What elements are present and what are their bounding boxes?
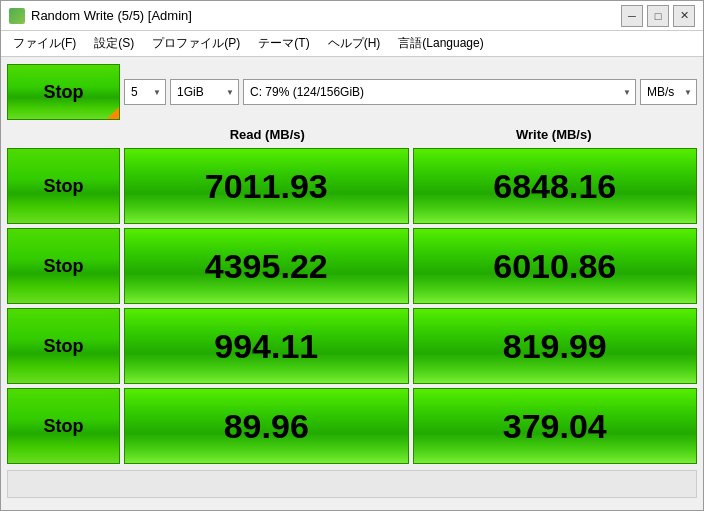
status-bar (7, 470, 697, 498)
controls-row: 5 1 3 10 1GiB 512MiB 2GiB 4GiB (124, 79, 697, 105)
menu-profile[interactable]: プロファイル(P) (144, 33, 248, 54)
maximize-button[interactable]: □ (647, 5, 669, 27)
stop-button-row3[interactable]: Stop (7, 308, 120, 384)
read-value-row4: 89.96 (124, 388, 409, 464)
data-rows: Stop 7011.93 6848.16 Stop 4395.22 6010.8… (7, 148, 697, 464)
table-row: Stop 89.96 379.04 (7, 388, 697, 464)
menu-theme[interactable]: テーマ(T) (250, 33, 317, 54)
read-value-row3: 994.11 (124, 308, 409, 384)
write-value-row2: 6010.86 (413, 228, 698, 304)
write-value-row3: 819.99 (413, 308, 698, 384)
read-value-row2: 4395.22 (124, 228, 409, 304)
menu-file[interactable]: ファイル(F) (5, 33, 84, 54)
drive-select[interactable]: C: 79% (124/156GiB) (244, 80, 635, 104)
menu-language[interactable]: 言語(Language) (390, 33, 491, 54)
menu-settings[interactable]: 設定(S) (86, 33, 142, 54)
write-header: Write (MB/s) (411, 125, 698, 144)
write-value-row4: 379.04 (413, 388, 698, 464)
unit-select[interactable]: MB/s GB/s IOPS (641, 80, 696, 104)
top-controls: Stop 5 1 3 10 1GiB 512MiB 2GiB 4GiB (7, 63, 697, 121)
window-title: Random Write (5/5) [Admin] (31, 8, 192, 23)
title-bar-left: Random Write (5/5) [Admin] (9, 8, 192, 24)
write-value-row1: 6848.16 (413, 148, 698, 224)
close-button[interactable]: ✕ (673, 5, 695, 27)
stop-button-row2[interactable]: Stop (7, 228, 120, 304)
table-row: Stop 994.11 819.99 (7, 308, 697, 384)
headers-row: Read (MB/s) Write (MB/s) (124, 125, 697, 144)
drive-select-wrapper[interactable]: C: 79% (124/156GiB) (243, 79, 636, 105)
read-header: Read (MB/s) (124, 125, 411, 144)
stop-button-row4[interactable]: Stop (7, 388, 120, 464)
minimize-button[interactable]: ─ (621, 5, 643, 27)
size-select[interactable]: 1GiB 512MiB 2GiB 4GiB (171, 80, 238, 104)
size-select-wrapper[interactable]: 1GiB 512MiB 2GiB 4GiB (170, 79, 239, 105)
passes-select-wrapper[interactable]: 5 1 3 10 (124, 79, 166, 105)
title-bar: Random Write (5/5) [Admin] ─ □ ✕ (1, 1, 703, 31)
read-value-row1: 7011.93 (124, 148, 409, 224)
main-window: Random Write (5/5) [Admin] ─ □ ✕ ファイル(F)… (0, 0, 704, 511)
window-controls: ─ □ ✕ (621, 5, 695, 27)
table-row: Stop 7011.93 6848.16 (7, 148, 697, 224)
table-row: Stop 4395.22 6010.86 (7, 228, 697, 304)
menu-help[interactable]: ヘルプ(H) (320, 33, 389, 54)
main-content: Stop 5 1 3 10 1GiB 512MiB 2GiB 4GiB (1, 57, 703, 510)
passes-select[interactable]: 5 1 3 10 (125, 80, 165, 104)
stop-button-row1[interactable]: Stop (7, 148, 120, 224)
unit-select-wrapper[interactable]: MB/s GB/s IOPS (640, 79, 697, 105)
menu-bar: ファイル(F) 設定(S) プロファイル(P) テーマ(T) ヘルプ(H) 言語… (1, 31, 703, 57)
stop-button-main[interactable]: Stop (7, 64, 120, 120)
app-icon (9, 8, 25, 24)
